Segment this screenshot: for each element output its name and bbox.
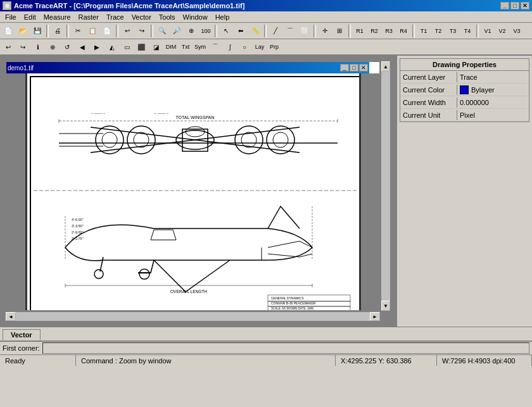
tb-select2[interactable]: ⬅ bbox=[234, 24, 248, 38]
tb-raster4[interactable]: R4 bbox=[396, 24, 410, 38]
tb-measure[interactable]: 📏 bbox=[248, 24, 262, 38]
menu-bar: File Edit Measure Raster Trace Vector To… bbox=[0, 11, 532, 23]
tb-vector2[interactable]: V2 bbox=[495, 24, 509, 38]
scroll-track-v[interactable] bbox=[381, 72, 390, 301]
mdi-title: demo1.tif bbox=[8, 65, 34, 72]
maximize-button[interactable]: □ bbox=[510, 2, 519, 9]
scroll-down-button[interactable]: ▼ bbox=[381, 301, 390, 311]
app-icon[interactable]: ⊞ bbox=[3, 1, 11, 10]
toolbar-2: ↩ ↪ ℹ ⊕ ↺ ◀ ▶ ◭ ▭ ⬛ ◪ DIM Txt Sym ⌒ ∫ ○ … bbox=[0, 39, 532, 56]
tb-line[interactable]: ╱ bbox=[269, 24, 282, 38]
tb-open[interactable]: 📂 bbox=[16, 24, 30, 38]
menu-edit[interactable]: Edit bbox=[20, 11, 40, 22]
mdi-titlebar: demo1.tif _ □ ✕ bbox=[6, 62, 369, 73]
tb-vector1[interactable]: V1 bbox=[481, 24, 495, 38]
tb-trace2[interactable]: T2 bbox=[431, 24, 445, 38]
tb2-prev[interactable]: ◀ bbox=[75, 40, 89, 54]
scroll-track-h[interactable] bbox=[16, 312, 370, 321]
tb-zoom-box[interactable]: 100 bbox=[199, 24, 213, 38]
tb2-lay[interactable]: Lay bbox=[253, 40, 267, 54]
tb2-next[interactable]: ▶ bbox=[90, 40, 104, 54]
tb-copy[interactable]: 📋 bbox=[86, 24, 99, 38]
tb-paste[interactable]: 📄 bbox=[100, 24, 114, 38]
tb-vector3[interactable]: V3 bbox=[510, 24, 524, 38]
color-value: Bylayer bbox=[457, 84, 529, 96]
vertical-scrollbar[interactable]: ▲ ▼ bbox=[381, 61, 391, 311]
color-row: Current Color Bylayer bbox=[400, 84, 529, 96]
unit-row: Current Unit Pixel bbox=[400, 109, 529, 122]
title-bar: ⊞ Acme TraceART - [C:\Program Files\Acme… bbox=[0, 0, 532, 11]
tb-undo[interactable]: ↩ bbox=[120, 24, 134, 38]
tb2-undo[interactable]: ↩ bbox=[1, 40, 15, 54]
svg-text:←——→: ←——→ bbox=[91, 111, 106, 115]
tb-trace3[interactable]: T3 bbox=[446, 24, 460, 38]
tb2-dim[interactable]: DIM bbox=[164, 40, 178, 54]
tb-trace1[interactable]: T1 bbox=[417, 24, 431, 38]
tab-vector[interactable]: Vector bbox=[3, 329, 41, 341]
tb-print[interactable]: 🖨 bbox=[51, 24, 65, 38]
menu-trace[interactable]: Trace bbox=[103, 11, 128, 22]
canvas-area[interactable]: demo1.tif _ □ ✕ bbox=[0, 56, 396, 327]
tb-zoom-in[interactable]: 🔍 bbox=[155, 24, 169, 38]
scroll-right-button[interactable]: ► bbox=[370, 312, 380, 321]
bottom-tabs: Vector bbox=[0, 327, 532, 341]
mdi-minimize[interactable]: _ bbox=[340, 64, 349, 72]
menu-file[interactable]: File bbox=[1, 11, 20, 22]
tb2-fill[interactable]: ⬛ bbox=[134, 40, 148, 54]
tb2-ellipse[interactable]: ○ bbox=[238, 40, 251, 54]
tb-redo[interactable]: ↪ bbox=[135, 24, 149, 38]
tb2-poly[interactable]: ▭ bbox=[120, 40, 134, 54]
tb2-node[interactable]: ◭ bbox=[105, 40, 119, 54]
svg-point-26 bbox=[94, 270, 103, 279]
layer-value: Trace bbox=[457, 72, 529, 82]
menu-help[interactable]: Help bbox=[212, 11, 234, 22]
tb-save[interactable]: 💾 bbox=[30, 24, 44, 38]
mdi-maximize[interactable]: □ bbox=[350, 64, 358, 72]
command-input[interactable] bbox=[42, 342, 529, 354]
tb2-redo[interactable]: ↪ bbox=[16, 40, 30, 54]
width-value: 0.000000 bbox=[457, 97, 529, 108]
tb2-center[interactable]: ⊕ bbox=[46, 40, 60, 54]
svg-rect-0 bbox=[30, 77, 360, 310]
scroll-left-button[interactable]: ◄ bbox=[6, 312, 16, 321]
tb-raster1[interactable]: R1 bbox=[353, 24, 367, 38]
menu-tools[interactable]: Tools bbox=[155, 11, 179, 22]
status-dimensions: W:7296 H:4903 dpi:400 bbox=[437, 355, 532, 366]
tb-trace4[interactable]: T4 bbox=[460, 24, 474, 38]
tb-arc[interactable]: ⌒ bbox=[283, 24, 297, 38]
menu-measure[interactable]: Measure bbox=[40, 11, 75, 22]
mdi-close[interactable]: ✕ bbox=[359, 64, 368, 72]
tb-cut[interactable]: ✂ bbox=[71, 24, 85, 38]
color-swatch[interactable] bbox=[460, 85, 469, 94]
tb-new[interactable]: 📄 bbox=[1, 24, 15, 38]
tb-zoom-fit[interactable]: ⊕ bbox=[184, 24, 198, 38]
svg-point-12 bbox=[273, 132, 288, 147]
horizontal-scrollbar[interactable]: ◄ ► bbox=[5, 311, 381, 322]
minimize-button[interactable]: _ bbox=[500, 2, 509, 9]
tb2-arc[interactable]: ⌒ bbox=[208, 40, 222, 54]
tb-select[interactable]: ↖ bbox=[219, 24, 233, 38]
tb2-info[interactable]: ℹ bbox=[31, 40, 45, 54]
tb2-rotate[interactable]: ↺ bbox=[60, 40, 74, 54]
drawing-content: TOTAL WINGSPAN ←——→ ←——→ bbox=[6, 73, 379, 310]
scroll-up-button[interactable]: ▲ bbox=[381, 61, 390, 72]
svg-line-25 bbox=[100, 257, 103, 272]
tb-rect[interactable]: ⬜ bbox=[298, 24, 312, 38]
tb2-prop[interactable]: Prp bbox=[267, 40, 281, 54]
tb-raster3[interactable]: R3 bbox=[382, 24, 396, 38]
menu-vector[interactable]: Vector bbox=[128, 11, 155, 22]
left-content: demo1.tif _ □ ✕ bbox=[0, 56, 532, 341]
tb-grid[interactable]: ⊞ bbox=[332, 24, 346, 38]
tb-snap[interactable]: ✛ bbox=[318, 24, 332, 38]
tb-zoom-out[interactable]: 🔎 bbox=[170, 24, 184, 38]
menu-window[interactable]: Window bbox=[179, 11, 212, 22]
tb-raster2[interactable]: R2 bbox=[367, 24, 381, 38]
status-ready: Ready bbox=[0, 355, 76, 366]
tb2-txt[interactable]: Txt bbox=[179, 40, 193, 54]
svg-text:4'-6.00": 4'-6.00" bbox=[72, 218, 84, 222]
close-button[interactable]: ✕ bbox=[521, 2, 529, 9]
tb2-spl[interactable]: ∫ bbox=[223, 40, 237, 54]
tb2-erase[interactable]: ◪ bbox=[149, 40, 163, 54]
menu-raster[interactable]: Raster bbox=[75, 11, 103, 22]
tb2-sym[interactable]: Sym bbox=[193, 40, 207, 54]
